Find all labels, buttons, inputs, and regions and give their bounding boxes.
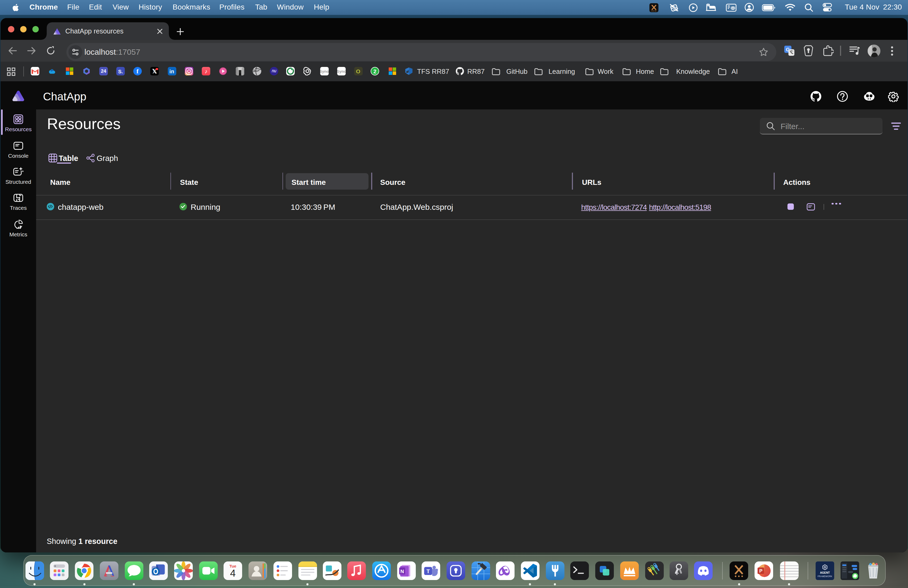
svg-text:T: T [427, 568, 430, 574]
svg-text:FRAMEWORK: FRAMEWORK [818, 575, 832, 577]
svg-text:N: N [400, 568, 404, 574]
svg-text:P: P [759, 568, 762, 574]
svg-text:AGENT: AGENT [820, 571, 830, 574]
svg-text:4: 4 [230, 567, 235, 578]
